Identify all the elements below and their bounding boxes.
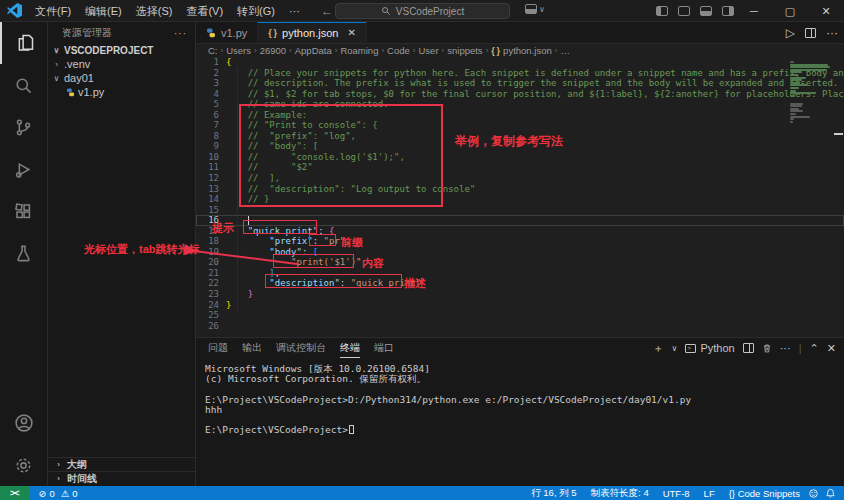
run-debug-icon[interactable] (0, 148, 48, 190)
status-item[interactable]: {} Code Snippets (729, 488, 800, 499)
close-panel-icon[interactable]: ✕ (827, 342, 836, 355)
explorer-more-icon[interactable]: ··· (174, 28, 187, 39)
toggle-sidebar-icon[interactable] (656, 6, 668, 16)
code-line[interactable]: 3 // description. The prefix is what is … (196, 78, 844, 89)
menu-item[interactable]: ··· (282, 5, 307, 17)
code-line[interactable]: 18 "prefix": "pr", (196, 236, 844, 247)
close-tab-icon[interactable]: ✕ (347, 27, 355, 38)
breadcrumb[interactable]: C:›Users›26900›AppData›Roaming›Code›User… (196, 44, 844, 57)
menu-item[interactable]: 选择(S) (129, 5, 180, 17)
panel-more-icon[interactable]: ··· (780, 342, 791, 354)
code-line[interactable]: 24} (196, 300, 844, 311)
terminal-profile[interactable]: > Python (685, 342, 734, 354)
toggle-secondary-sidebar-icon[interactable] (722, 6, 734, 16)
menu-item[interactable]: 编辑(E) (78, 5, 129, 17)
breadcrumb-item[interactable]: Code (387, 45, 410, 56)
source-control-icon[interactable] (0, 106, 48, 148)
open-remote-menu-icon[interactable]: ∨ (525, 4, 545, 14)
code-line[interactable]: 22 "description": "quick print" (196, 278, 844, 289)
terminal-output[interactable]: Microsoft Windows [版本 10.0.26100.6584](c… (196, 358, 844, 435)
maximize-panel-icon[interactable]: ⌃ (810, 342, 819, 355)
editor-more-icon[interactable]: ··· (826, 26, 838, 40)
accounts-icon[interactable] (0, 402, 48, 444)
code-line[interactable]: 16 (196, 215, 844, 226)
toggle-bottom-panel-icon[interactable] (700, 6, 712, 16)
minimize-button[interactable]: ─ (736, 0, 772, 22)
code-line[interactable]: 17 "quick print": { (196, 226, 844, 237)
code-line[interactable]: 7 // "Print to console": { (196, 120, 844, 131)
menu-item[interactable]: 查看(V) (179, 5, 230, 17)
timeline-section[interactable]: › 时间线 (48, 471, 195, 485)
code-line[interactable]: 11 // "$2" (196, 162, 844, 173)
nav-back-icon[interactable]: ← (321, 4, 333, 18)
breadcrumb-item[interactable]: C: (208, 45, 218, 56)
panel-tab-端口[interactable]: 端口 (374, 338, 394, 358)
close-button[interactable]: ✕ (808, 0, 844, 22)
tree-item-day01[interactable]: ∨ day01 (48, 72, 195, 85)
tree-root-vscodeproject[interactable]: ∨ VSCODEPROJECT (48, 44, 195, 57)
extensions-icon[interactable] (0, 190, 48, 232)
testing-icon[interactable] (0, 232, 48, 274)
code-line[interactable]: 15 (196, 205, 844, 216)
tab-v1py[interactable]: v1.py (196, 22, 258, 43)
split-terminal-icon[interactable] (743, 343, 754, 353)
code-editor[interactable]: 1{2 // Place your snippets for python he… (196, 57, 844, 337)
remote-indicator[interactable]: >< (0, 486, 29, 500)
code-line[interactable]: 5 // same ids are connected. (196, 99, 844, 110)
panel-tab-问题[interactable]: 问题 (208, 338, 228, 358)
code-line[interactable]: 19 "body": [ (196, 247, 844, 258)
status-item[interactable]: UTF-8 (663, 488, 690, 499)
tree-item-v1py[interactable]: v1.py (48, 86, 195, 99)
settings-gear-icon[interactable] (0, 444, 48, 486)
panel-tab-输出[interactable]: 输出 (242, 338, 262, 358)
run-button[interactable]: ▷ (786, 26, 795, 40)
status-item[interactable]: 制表符长度: 4 (591, 487, 649, 500)
code-line[interactable]: 6 // Example: (196, 110, 844, 121)
tab-pythonjson[interactable]: { } python.json ✕ (258, 22, 366, 43)
status-item[interactable]: LF (704, 488, 715, 499)
menu-item[interactable]: 转到(G) (230, 5, 282, 17)
breadcrumb-item[interactable]: 26900 (260, 45, 286, 56)
menu-item[interactable]: 文件(F) (28, 5, 78, 17)
panel-tab-调试控制台[interactable]: 调试控制台 (276, 338, 326, 358)
minimap[interactable] (790, 58, 832, 336)
new-terminal-icon[interactable]: ＋ (653, 341, 664, 356)
breadcrumb-item[interactable]: Users (226, 45, 251, 56)
command-center-search[interactable]: VSCodeProject (335, 3, 510, 19)
breadcrumb-item[interactable]: User (419, 45, 439, 56)
vscode-window: 文件(F)编辑(E)选择(S)查看(V)转到(G)··· ← → VSCodeP… (0, 0, 844, 500)
status-item[interactable]: 行 16, 列 5 (531, 487, 576, 500)
problems-status[interactable]: ⊘0 ⚠0 (39, 488, 78, 499)
code-line[interactable]: 4 // $1, $2 for tab stops, $0 for the fi… (196, 89, 844, 100)
trash-icon[interactable] (762, 343, 772, 354)
maximize-button[interactable]: ▢ (772, 0, 808, 22)
breadcrumb-item[interactable]: Roaming (340, 45, 378, 56)
outline-section[interactable]: › 大纲 (48, 457, 195, 471)
search-icon[interactable] (0, 64, 48, 106)
feedback-icon[interactable] (808, 488, 819, 499)
code-line[interactable]: 20 "print('$1')" (196, 257, 844, 268)
code-line[interactable]: 2 // Place your snippets for python here… (196, 68, 844, 79)
code-line[interactable]: 25 (196, 310, 844, 321)
explorer-icon[interactable] (0, 22, 48, 64)
code-line[interactable]: 9 // "body": [ (196, 141, 844, 152)
breadcrumb-item[interactable]: snippets (447, 45, 482, 56)
code-line[interactable]: 26 (196, 321, 844, 332)
terminal-dropdown-icon[interactable]: ∨ (672, 344, 678, 353)
breadcrumb-item[interactable]: AppData (295, 45, 332, 56)
code-line[interactable]: 1{ (196, 57, 844, 68)
code-line[interactable]: 14 // } (196, 194, 844, 205)
split-editor-icon[interactable] (805, 28, 816, 38)
code-line[interactable]: 23 } (196, 289, 844, 300)
code-line[interactable]: 12 // ], (196, 173, 844, 184)
breadcrumb-item[interactable]: python.json (503, 45, 552, 56)
panel-tab-终端[interactable]: 终端 (340, 338, 360, 358)
tree-item-venv[interactable]: › .venv (48, 58, 195, 71)
notifications-bell-icon[interactable] (825, 488, 836, 499)
breadcrumb-item[interactable]: … (560, 45, 570, 56)
code-line[interactable]: 8 // "prefix": "log", (196, 131, 844, 142)
toggle-panel-icon[interactable] (678, 6, 690, 16)
code-line[interactable]: 10 // "console.log('$1');", (196, 152, 844, 163)
code-line[interactable]: 21 ], (196, 268, 844, 279)
code-line[interactable]: 13 // "description": "Log output to cons… (196, 184, 844, 195)
